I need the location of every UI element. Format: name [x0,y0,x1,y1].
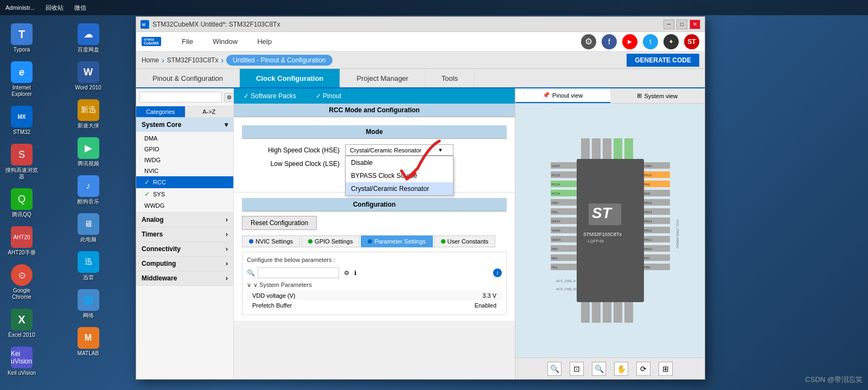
tab-project[interactable]: Project Manager [340,69,425,87]
maximize-button[interactable]: □ [676,20,687,29]
zoom-in-button[interactable]: 🔍 [547,362,561,376]
icon-word[interactable]: W Word 2010 [69,59,107,94]
param-tab-label: Parameter Settings [374,238,425,245]
sidebar-item-iwdg[interactable]: IWDG [136,155,233,165]
config-tab-gpio[interactable]: GPIO Settings [301,235,360,247]
view-tabs: 📌 Pinout view ⊞ System view [515,88,705,104]
config-search-input[interactable] [258,267,339,278]
tab-tools[interactable]: Tools [425,69,475,87]
analog-header[interactable]: Analog › [136,213,233,227]
mode-section-title: Mode [242,125,507,139]
icon-keil[interactable]: Kei uVision Keil uVision [3,344,41,379]
grid-button[interactable]: ⊞ [659,362,673,376]
icon-sogou[interactable]: S 搜狗高速浏览器 [3,141,41,183]
sub-tab-pinout[interactable]: ✓ Pinout [311,91,346,101]
cat-tab-categories[interactable]: Categories [136,106,185,117]
config-tab-parameter[interactable]: Parameter Settings [361,235,432,247]
icon-network[interactable]: 🌐 网络 [69,286,107,322]
icon-chrome[interactable]: ⊙ Google Chrome [3,261,41,303]
sub-tab-software-packs[interactable]: ✓ Software Packs [239,91,301,101]
icon-stm32[interactable]: MX STM32 [3,103,41,138]
config-settings-icon[interactable]: ⚙ [344,270,349,277]
close-button[interactable]: ✕ [690,20,700,29]
icon-baidu-label: 百度网盘 [78,47,99,53]
icon-xinsu[interactable]: 新迅 新速大侠 [69,97,107,132]
zoom-out-button[interactable]: 🔍 [592,362,606,376]
network-icon[interactable]: ✦ [663,34,679,49]
search-settings-button[interactable]: ⚙ [224,93,234,102]
middleware-header[interactable]: Middleware › [136,271,233,285]
config-tabs: NVIC Settings GPIO Settings Parameter Se… [242,235,507,247]
tab-clock[interactable]: Clock Configuration [240,69,340,87]
user-tab-label: User Constants [448,238,489,245]
computing-header[interactable]: Computing › [136,257,233,271]
mode-section: Mode High Speed Clock (HSE) Crystal/Cera… [234,117,515,193]
dropdown-bypass[interactable]: BYPASS Clock Source [346,169,453,182]
view-tab-pinout[interactable]: 📌 Pinout view [515,88,610,103]
icon-this-pc[interactable]: 🖥 此电脑 [69,210,107,246]
view-tab-system[interactable]: ⊞ System view [610,88,705,103]
chip-package-text: LQFP48 [588,239,604,244]
icon-ie[interactable]: e Internet Explorer [3,59,41,100]
computing-chevron: › [226,260,228,267]
menu-bar: STM32 CubeMX File Window Help ⚙ f ▶ t ✦ … [136,32,705,52]
sidebar-item-gpio[interactable]: GPIO [136,144,233,155]
svg-text:PD0: PD0 [552,201,558,204]
icon-matlab[interactable]: M MATLAB [69,324,107,360]
fit-button[interactable]: ⊡ [570,362,584,376]
sidebar-search-input[interactable] [139,92,222,103]
dropdown-disable[interactable]: Disable [346,156,453,169]
expand-icon[interactable]: ∨ [247,282,251,289]
sub-tab-bar: ✓ Software Packs ✓ Pinout [234,88,515,104]
config-tab-nvic[interactable]: NVIC Settings [242,235,300,247]
menu-help[interactable]: Help [253,35,276,48]
sidebar-item-nvic[interactable]: NVIC [136,165,233,176]
tab-pinout[interactable]: Pinout & Configuration [136,69,240,87]
breadcrumb-home[interactable]: Home [142,56,159,64]
sidebar-item-rcc[interactable]: ✓ RCC [136,176,233,188]
breadcrumb-sep-2: › [221,56,224,65]
menu-window[interactable]: Window [208,35,242,48]
bottom-controls: 🔍 ⊡ 🔍 ✋ ⟳ ⊞ [515,357,705,379]
rotate-button[interactable]: ⟳ [636,362,650,376]
gpio-tab-label: GPIO Settings [315,238,353,245]
middleware-chevron: › [226,274,228,282]
dropdown-crystal[interactable]: Crystal/Ceramic Resonator [346,182,453,195]
icon-kugou[interactable]: ♪ 酷狗音乐 [69,172,107,208]
reset-config-button[interactable]: Reset Configuration [242,216,317,230]
hse-select[interactable]: Crystal/Ceramic Resonator ▾ [345,144,454,156]
sidebar-item-wwdg[interactable]: WWDG [136,200,233,211]
generate-code-button[interactable]: GENERATE CODE [627,54,699,67]
breadcrumb-chip[interactable]: STM32F103C8Tx [167,56,219,64]
stm32-window: M STM32CubeMX Untitled*: STM32F103C8Tx ─… [136,16,705,380]
minimize-button[interactable]: ─ [663,20,674,29]
icon-excel-label: Excel 2010 [8,332,35,338]
icon-sogou-label: 搜狗高速浏览器 [5,167,38,180]
nvic-dot [249,239,253,244]
icon-typora[interactable]: T Typora [3,21,41,56]
connectivity-header[interactable]: Connectivity › [136,242,233,256]
facebook-icon[interactable]: f [602,34,617,49]
sidebar-item-sys[interactable]: ✓ SYS [136,188,233,200]
twitter-icon[interactable]: t [643,34,658,49]
config-tab-user[interactable]: User Constants [434,235,496,247]
system-core-header[interactable]: System Core ▾ [136,118,233,132]
icon-excel[interactable]: X Excel 2010 [3,306,41,341]
sidebar-item-dma[interactable]: DMA [136,133,233,144]
gpio-dot [308,239,312,244]
rcc-checkmark: ✓ [144,178,150,186]
window-title: STM32CubeMX Untitled*: STM32F103C8Tx [152,21,663,28]
icon-baidu[interactable]: ☁ 百度网盘 [69,21,107,56]
menu-file[interactable]: File [177,35,197,48]
icon-aht20[interactable]: AHT20 AHT20手册 [3,223,41,259]
icon-chrome-label: Google Chrome [5,287,38,301]
pan-button[interactable]: ✋ [614,362,628,376]
settings-icon[interactable]: ⚙ [581,34,596,49]
youtube-icon[interactable]: ▶ [622,34,637,49]
timers-header[interactable]: Timers › [136,227,233,241]
csdn-watermark: CSDN @带泪忘笑 [805,375,863,385]
icon-qq[interactable]: Q 腾讯QQ [3,186,41,221]
cat-tab-az[interactable]: A->Z [185,106,234,117]
icon-thunder[interactable]: 迅 迅雷 [69,248,107,284]
icon-tencent-video[interactable]: ▶ 腾讯视频 [69,135,107,170]
